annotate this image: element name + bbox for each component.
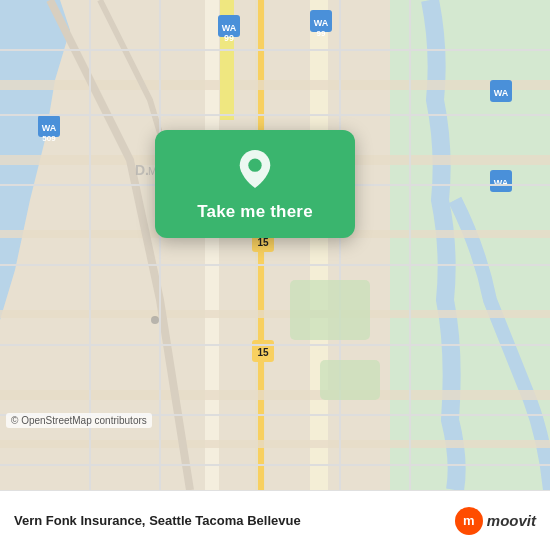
svg-text:WA: WA [494,178,509,188]
svg-text:D.: D. [135,162,149,178]
map-pin-icon [234,148,276,190]
svg-rect-16 [0,440,550,448]
location-info: Vern Fonk Insurance, Seattle Tacoma Bell… [14,513,445,528]
svg-rect-11 [0,80,550,90]
moovit-icon: m [455,507,483,535]
location-details: Vern Fonk Insurance, Seattle Tacoma Bell… [14,513,301,528]
svg-text:WA: WA [494,88,509,98]
svg-rect-39 [290,280,370,340]
svg-text:WA: WA [314,18,329,28]
svg-point-47 [248,159,261,172]
map-attribution: © OpenStreetMap contributors [6,413,152,428]
svg-text:15: 15 [257,237,269,248]
svg-text:WA: WA [42,123,57,133]
map-container: 15 15 WA 99 WA 509 WA WA [0,0,550,490]
location-name: Vern Fonk Insurance, [14,513,146,528]
svg-text:15: 15 [257,347,269,358]
svg-text:99: 99 [317,29,326,38]
svg-text:509: 509 [42,134,56,143]
svg-rect-40 [320,360,380,400]
svg-point-43 [151,316,159,324]
svg-rect-14 [0,310,550,318]
svg-text:WA: WA [222,23,237,33]
take-me-there-button[interactable]: Take me there [197,202,313,222]
svg-text:99: 99 [224,33,234,43]
bottom-bar: Vern Fonk Insurance, Seattle Tacoma Bell… [0,490,550,550]
svg-rect-3 [205,0,219,490]
moovit-label: moovit [487,512,536,529]
svg-rect-5 [310,0,328,490]
moovit-logo: m moovit [455,507,536,535]
svg-rect-15 [0,390,550,400]
popup-card: Take me there [155,130,355,238]
location-area: Seattle Tacoma Bellevue [149,513,301,528]
